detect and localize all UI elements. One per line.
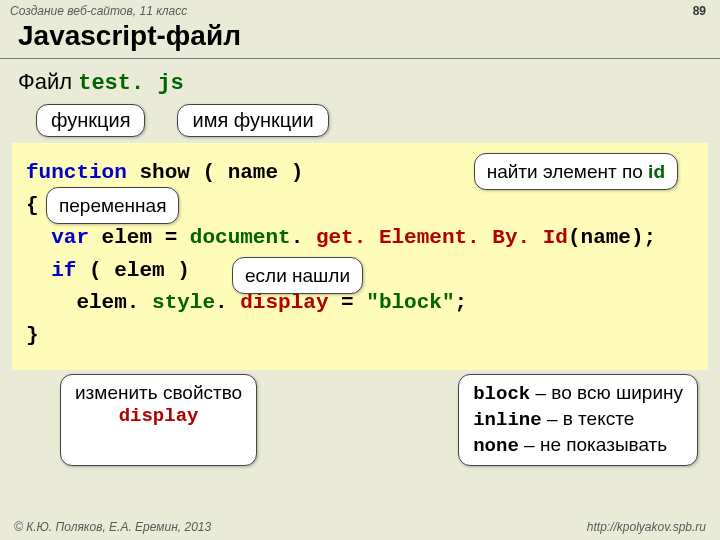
- top-callouts: функция имя функции: [0, 100, 720, 137]
- display-block-line: block – во всю ширину: [473, 381, 683, 407]
- header-bar: Создание веб-сайтов, 11 класс 89: [0, 0, 720, 20]
- callout-change-line1: изменить свойство: [75, 381, 242, 405]
- footer: © К.Ю. Поляков, Е.А. Еремин, 2013 http:/…: [0, 520, 720, 534]
- footer-left: © К.Ю. Поляков, Е.А. Еремин, 2013: [14, 520, 211, 534]
- display-none-line: none – не показывать: [473, 433, 683, 459]
- course-label: Создание веб-сайтов, 11 класс: [10, 4, 187, 18]
- page-title: Javascript-файл: [18, 20, 702, 52]
- callout-variable: переменная: [46, 187, 179, 224]
- code-line-5: elem. style. display = "block";: [26, 287, 694, 320]
- page-number: 89: [693, 4, 706, 18]
- callout-if-found: если нашли: [232, 257, 363, 294]
- callout-find-by-id: найти элемент по id: [474, 153, 678, 190]
- title-block: Javascript-файл: [0, 20, 720, 59]
- subtitle-code: test. js: [78, 71, 184, 96]
- display-inline-line: inline – в тексте: [473, 407, 683, 433]
- subtitle-text: Файл: [18, 69, 78, 94]
- callout-display-values: block – во всю ширину inline – в тексте …: [458, 374, 698, 465]
- footer-right: http://kpolyakov.spb.ru: [587, 520, 706, 534]
- code-line-6: }: [26, 320, 694, 353]
- callout-function-kw: функция: [36, 104, 145, 137]
- callout-find-text: найти элемент по: [487, 161, 648, 182]
- bottom-callouts: изменить свойство display block – во всю…: [0, 372, 720, 465]
- callout-change-display: изменить свойство display: [60, 374, 257, 465]
- code-block: найти элемент по id переменная если нашл…: [12, 143, 708, 370]
- subtitle: Файл test. js: [0, 59, 720, 100]
- callout-change-line2: display: [75, 405, 242, 429]
- code-line-3: var elem = document. get. Element. By. I…: [26, 222, 694, 255]
- callout-find-code: id: [648, 161, 665, 182]
- callout-function-name: имя функции: [177, 104, 328, 137]
